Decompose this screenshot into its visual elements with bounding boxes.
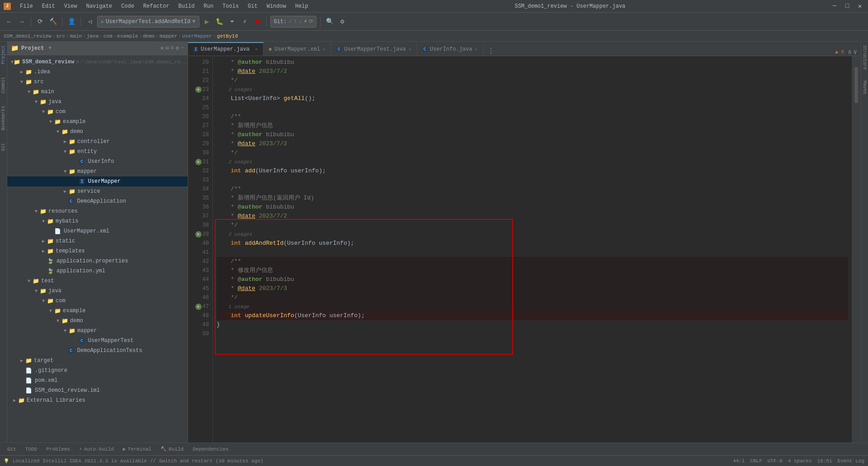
tree-item-example-test[interactable]: ▼ 📁 example xyxy=(7,306,188,316)
tree-item-mapper-test[interactable]: ▼ 📁 mapper xyxy=(7,326,188,336)
tree-item-root[interactable]: ▼ 📁 SSM_demo1_review D:\Java\code\test_j… xyxy=(7,57,188,67)
maximize-button[interactable]: □ xyxy=(843,2,852,10)
tree-item-resources[interactable]: ▼ 📁 resources xyxy=(7,206,188,216)
tree-item-demoapptests[interactable]: ▶ C DemoApplicationTests xyxy=(7,346,188,356)
stop-button[interactable]: ■ xyxy=(252,16,263,27)
build-tab[interactable]: 🔨 Build xyxy=(157,445,187,453)
window-controls[interactable]: ─ □ ✕ xyxy=(830,2,864,10)
dependencies-tab[interactable]: Dependencies xyxy=(189,446,232,453)
tab-close-xml[interactable]: ✕ xyxy=(323,47,326,52)
crlf-indicator[interactable]: CRLF xyxy=(750,458,762,464)
coverage-button[interactable]: ☂ xyxy=(226,16,237,27)
tree-item-external[interactable]: ▶ 📁 External Libraries xyxy=(7,395,188,405)
tab-usermapper-xml[interactable]: ⚙ UserMapper.xml ✕ xyxy=(264,42,331,56)
profile-button[interactable]: ⚡ xyxy=(239,16,250,27)
close-button[interactable]: ✕ xyxy=(855,2,864,10)
menu-edit[interactable]: Edit xyxy=(40,2,57,10)
scrollbar-thumb[interactable] xyxy=(854,67,858,103)
tree-item-mybatis[interactable]: ▼ 📁 mybatis xyxy=(7,216,188,226)
collapse-all-icon[interactable]: ⊟ xyxy=(165,45,169,52)
build-icon[interactable]: 🔨 xyxy=(47,16,58,27)
breadcrumb-java[interactable]: java xyxy=(87,33,99,39)
tree-item-iml[interactable]: ▶ 📄 SSM_demo1_review.iml xyxy=(7,385,188,395)
menu-run[interactable]: Run xyxy=(202,2,215,10)
undo-icon[interactable]: ◁ xyxy=(85,16,95,27)
breadcrumb-src[interactable]: src xyxy=(56,33,65,39)
autobuild-tab[interactable]: ⚡ Auto-build xyxy=(75,445,118,453)
run-button[interactable]: ▶ xyxy=(201,16,212,27)
terminal-tab[interactable]: ▶ Terminal xyxy=(119,445,155,453)
editor-content[interactable]: 20 21 22 b 23 24 25 26 27 28 29 30 b 31 xyxy=(188,56,861,442)
tree-item-usermappertest[interactable]: ▶ C UserMapperTest xyxy=(7,336,188,346)
breadcrumb-com[interactable]: com xyxy=(104,33,113,39)
line-col-indicator[interactable]: 44:1 xyxy=(733,458,745,464)
code-area[interactable]: * @author bibubibu * @date 2023/7/2 */ 2… xyxy=(213,56,852,442)
run-config-dropdown[interactable]: ▶ UserMapperTest.addAndRetId ▼ xyxy=(97,16,199,28)
avatar-icon[interactable]: 👤 xyxy=(66,16,77,27)
tree-item-templates[interactable]: ▶ 📁 templates xyxy=(7,246,188,256)
back-icon[interactable]: ← xyxy=(4,16,14,27)
tree-item-controller[interactable]: ▶ 📁 controller xyxy=(7,137,188,147)
tree-item-service[interactable]: ▶ 📁 service xyxy=(7,186,188,196)
bookmarks-panel-tab[interactable]: Bookmarks xyxy=(0,104,7,132)
menu-build[interactable]: Build xyxy=(176,2,196,10)
todo-tab[interactable]: TODO xyxy=(22,446,41,453)
breadcrumb-usermapper[interactable]: UserMapper xyxy=(182,33,212,39)
indent-indicator[interactable]: 4 spaces xyxy=(788,458,812,464)
tree-item-usermapper-xml[interactable]: ▶ 📄 UserMapper.xml xyxy=(7,226,188,236)
menu-git[interactable]: Git xyxy=(246,2,259,10)
menu-code[interactable]: Code xyxy=(119,2,136,10)
breadcrumb-project[interactable]: SSM_demo1_review xyxy=(4,33,52,39)
collapse-editor-icon[interactable]: ∨ xyxy=(854,48,857,56)
tree-item-java[interactable]: ▼ 📁 java xyxy=(7,97,188,107)
hide-panel-icon[interactable]: − xyxy=(181,45,184,52)
tab-close-userinfo[interactable]: ✕ xyxy=(475,47,477,52)
tree-item-userinfo[interactable]: ▶ C UserInfo xyxy=(7,157,188,166)
tree-item-com[interactable]: ▼ 📁 com xyxy=(7,107,188,117)
tree-item-static[interactable]: ▶ 📁 static xyxy=(7,236,188,246)
breadcrumb-mapper[interactable]: mapper xyxy=(160,33,178,39)
commit-panel-tab[interactable]: Commit xyxy=(0,75,7,95)
charset-indicator[interactable]: UTF-8 xyxy=(768,458,783,464)
locate-icon[interactable]: ⊕ xyxy=(160,45,164,52)
tree-item-pom[interactable]: ▶ 📄 pom.xml xyxy=(7,376,188,385)
tab-close-test[interactable]: ✕ xyxy=(409,47,411,52)
menu-bar[interactable]: File Edit View Navigate Code Refactor Bu… xyxy=(18,2,310,10)
menu-refactor[interactable]: Refactor xyxy=(142,2,171,10)
menu-view[interactable]: View xyxy=(62,2,79,10)
tree-item-usermapper[interactable]: ▶ I UserMapper xyxy=(7,176,188,186)
git-bottom-tab[interactable]: Git xyxy=(4,446,20,453)
breadcrumb-method[interactable]: getById xyxy=(217,33,238,39)
menu-help[interactable]: Help xyxy=(293,2,310,10)
maven-tab[interactable]: Maven xyxy=(862,81,867,94)
menu-tools[interactable]: Tools xyxy=(221,2,241,10)
tree-item-test[interactable]: ▼ 📁 test xyxy=(7,276,188,286)
breadcrumb-demo[interactable]: demo xyxy=(143,33,155,39)
tab-usermapper-java[interactable]: I UserMapper.java ✕ xyxy=(188,42,264,56)
tree-item-example[interactable]: ▼ 📁 example xyxy=(7,117,188,127)
forward-icon[interactable]: → xyxy=(16,16,27,27)
tree-item-app-properties[interactable]: ▶ 🍃 application.properties xyxy=(7,256,188,266)
menu-file[interactable]: File xyxy=(18,2,35,10)
debug-button[interactable]: 🐛 xyxy=(214,16,225,27)
menu-navigate[interactable]: Navigate xyxy=(84,2,114,10)
tree-item-demo-test[interactable]: ▼ 📁 demo xyxy=(7,316,188,326)
tab-userinfo[interactable]: C UserInfo.java ✕ xyxy=(417,42,484,56)
refresh-icon[interactable]: ⟳ xyxy=(35,16,46,27)
structure-tab[interactable]: Structure xyxy=(862,45,867,70)
tree-item-target[interactable]: ▶ 📁 target xyxy=(7,356,188,366)
minimize-button[interactable]: ─ xyxy=(830,2,839,10)
expand-editor-icon[interactable]: ∧ xyxy=(848,48,851,56)
project-panel-tab[interactable]: Project xyxy=(0,43,7,66)
tree-item-idea[interactable]: ▶ 📁 .idea xyxy=(7,67,188,77)
tab-usermappertest[interactable]: C UserMapperTest.java ✕ xyxy=(331,42,417,56)
expand-all-icon[interactable]: ≡ xyxy=(170,45,174,52)
tree-item-mapper[interactable]: ▼ 📁 mapper xyxy=(7,166,188,176)
problems-tab[interactable]: Problems xyxy=(42,446,74,453)
tree-item-demoapplication[interactable]: ▶ C DemoApplication xyxy=(7,196,188,206)
tab-close-usermapper[interactable]: ✕ xyxy=(255,47,258,52)
breadcrumb-example[interactable]: example xyxy=(117,33,138,39)
breadcrumb-main[interactable]: main xyxy=(70,33,82,39)
tree-item-entity[interactable]: ▼ 📁 entity xyxy=(7,147,188,157)
settings-icon[interactable]: ⚙ xyxy=(337,16,348,27)
